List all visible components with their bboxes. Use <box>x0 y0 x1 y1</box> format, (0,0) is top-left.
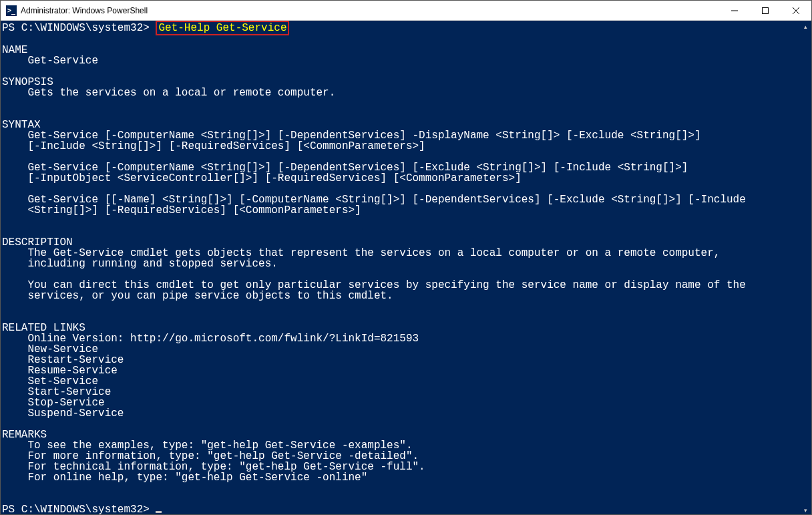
window-title: Administrator: Windows PowerShell <box>21 6 719 15</box>
cmdlet-token: Get-Service <box>216 22 287 34</box>
help-text: [-InputObject <ServiceController[]>] [-R… <box>2 172 522 184</box>
cmdlet-token: Get-Help <box>158 22 210 34</box>
powershell-icon: >_ <box>6 5 17 16</box>
scroll-down-arrow-icon[interactable]: ▾ <box>800 504 811 515</box>
help-text: <String[]>] [-RequiredServices] [<Common… <box>2 204 361 216</box>
command-highlight: Get-Help Get-Service <box>156 21 289 35</box>
help-text: Suspend-Service <box>2 407 124 419</box>
svg-rect-1 <box>763 7 769 13</box>
help-text: Get-Service <box>2 55 98 67</box>
help-text: [-Include <String[]>] [-RequiredServices… <box>2 140 425 152</box>
console-output[interactable]: PS C:\WINDOWS\system32> Get-Help Get-Ser… <box>1 21 800 515</box>
prompt-line: PS C:\WINDOWS\system32> Get-Help Get-Ser… <box>2 22 289 34</box>
window-titlebar: >_ Administrator: Windows PowerShell <box>1 1 811 21</box>
help-text: including running and stopped services. <box>2 258 278 270</box>
text-cursor <box>156 511 162 513</box>
help-text: For online help, type: "get-help Get-Ser… <box>2 472 367 484</box>
maximize-button[interactable] <box>750 1 781 20</box>
prompt-line: PS C:\WINDOWS\system32> <box>2 504 162 515</box>
vertical-scrollbar[interactable]: ▴ ▾ <box>800 21 811 515</box>
scroll-up-arrow-icon[interactable]: ▴ <box>800 21 811 32</box>
prompt-prefix: PS C:\WINDOWS\system32> <box>2 504 156 515</box>
minimize-button[interactable] <box>719 1 750 20</box>
help-text: Gets the services on a local or remote c… <box>2 87 335 99</box>
window-controls <box>719 1 811 20</box>
help-text: services, or you can pipe service object… <box>2 290 393 302</box>
close-button[interactable] <box>781 1 811 20</box>
prompt-prefix: PS C:\WINDOWS\system32> <box>2 22 156 34</box>
